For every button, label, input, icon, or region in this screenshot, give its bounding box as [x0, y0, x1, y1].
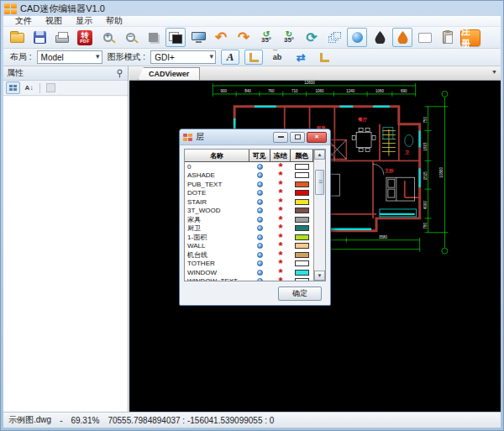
rotate-3d-button[interactable]: ⟳: [302, 28, 322, 47]
close-button[interactable]: ×: [307, 132, 327, 143]
table-row[interactable]: WALL*: [185, 242, 313, 251]
rotate-left-35-button[interactable]: ↺35°: [256, 28, 276, 47]
pin-icon[interactable]: [115, 69, 124, 78]
color-swatch[interactable]: [295, 164, 309, 170]
blank-page-button[interactable]: [415, 28, 435, 47]
scroll-up-icon[interactable]: ▲: [314, 150, 325, 160]
tab-list-button[interactable]: ▼: [491, 69, 497, 75]
layers-dialog-titlebar[interactable]: 层 ×: [180, 129, 330, 145]
layout-select[interactable]: Model: [37, 50, 102, 64]
ok-button[interactable]: 确定: [278, 286, 322, 301]
table-row[interactable]: WINDOW*: [185, 268, 313, 277]
color-swatch[interactable]: [295, 243, 309, 249]
table-row[interactable]: ASHADE*: [185, 171, 313, 181]
table-row[interactable]: WINDOW_TEXT*: [185, 277, 313, 281]
menu-view[interactable]: 视图: [39, 15, 69, 27]
background-color-button[interactable]: [143, 28, 163, 47]
color-swatch[interactable]: [295, 181, 309, 187]
line-corner-button-2[interactable]: [315, 50, 333, 65]
visible-bulb-icon[interactable]: [257, 164, 263, 170]
visible-bulb-icon[interactable]: [257, 208, 263, 213]
visible-bulb-icon[interactable]: [257, 260, 263, 266]
color-swatch[interactable]: [295, 199, 309, 205]
minimize-button[interactable]: [273, 132, 288, 143]
column-color[interactable]: 颜色: [291, 150, 313, 161]
table-row[interactable]: 机台线*: [185, 250, 313, 260]
color-swatch[interactable]: [295, 270, 309, 276]
render-sphere-button[interactable]: [347, 28, 367, 47]
ink-black-button[interactable]: [370, 28, 390, 47]
visible-bulb-icon[interactable]: [257, 252, 263, 258]
visible-bulb-icon[interactable]: [257, 243, 263, 249]
line-corner-button[interactable]: [244, 50, 263, 65]
svg-text:690: 690: [401, 89, 407, 93]
menu-display[interactable]: 显示: [69, 15, 99, 27]
text-position-button[interactable]: ab: [268, 50, 286, 65]
table-row[interactable]: 厨卫*: [185, 224, 313, 234]
column-frozen[interactable]: 冻结: [270, 150, 291, 161]
table-row[interactable]: 家具*: [185, 215, 313, 224]
visible-bulb-icon[interactable]: [257, 199, 263, 205]
menu-file[interactable]: 文件: [8, 15, 39, 27]
convert-pdf-button[interactable]: 转PDF: [75, 28, 95, 47]
font-style-button[interactable]: A: [221, 50, 239, 65]
color-swatch[interactable]: [295, 225, 309, 231]
visible-bulb-icon[interactable]: [257, 278, 263, 281]
svg-text:1515: 1515: [423, 171, 428, 180]
visible-bulb-icon[interactable]: [257, 234, 263, 240]
color-swatch[interactable]: [295, 234, 309, 240]
categorized-view-button[interactable]: [6, 81, 20, 94]
zoom-out-button[interactable]: −: [120, 28, 140, 47]
background-toggle-button[interactable]: [165, 28, 186, 47]
save-button[interactable]: [29, 28, 50, 47]
color-swatch[interactable]: [295, 172, 309, 178]
graphics-mode-select[interactable]: GDI+: [150, 50, 216, 64]
swap-button[interactable]: ⇄: [291, 50, 310, 65]
rotate-right-35-button[interactable]: ↻35°: [279, 28, 299, 47]
color-swatch[interactable]: [295, 217, 309, 223]
column-name[interactable]: 名称: [185, 150, 249, 161]
zoom-in-button[interactable]: +: [97, 28, 118, 47]
open-file-button[interactable]: [7, 28, 27, 47]
visible-bulb-icon[interactable]: [257, 225, 263, 231]
clipboard-button[interactable]: [438, 28, 458, 47]
table-row[interactable]: DOTE*: [185, 189, 313, 198]
table-row[interactable]: PUB_TEXT*: [185, 180, 313, 189]
menu-help[interactable]: 帮助: [99, 15, 129, 27]
frozen-icon[interactable]: *: [278, 278, 282, 281]
color-swatch[interactable]: [295, 190, 309, 196]
fullscreen-button[interactable]: [188, 28, 208, 47]
graphics-mode-label: 图形模式 :: [108, 51, 146, 63]
color-swatch[interactable]: [295, 252, 309, 258]
visible-bulb-icon[interactable]: [257, 217, 263, 223]
color-swatch[interactable]: [295, 208, 309, 213]
layers-scrollbar[interactable]: ▲ ▼: [313, 150, 325, 281]
layer-name: 0: [185, 163, 249, 171]
visible-bulb-icon[interactable]: [257, 181, 263, 187]
register-button[interactable]: 注 册: [460, 29, 480, 46]
print-button[interactable]: [52, 28, 72, 47]
redo-button[interactable]: ↷: [234, 28, 254, 47]
table-row[interactable]: 3T_WOOD*: [185, 207, 313, 216]
maximize-button[interactable]: [290, 132, 305, 143]
table-row[interactable]: TOTHER*: [185, 260, 313, 269]
color-swatch[interactable]: [295, 260, 309, 266]
column-visible[interactable]: 可见: [249, 150, 270, 161]
layers-button[interactable]: [324, 28, 344, 47]
scroll-down-icon[interactable]: ▼: [314, 271, 325, 281]
table-row[interactable]: 1-面积*: [185, 233, 313, 242]
visible-bulb-icon[interactable]: [257, 270, 263, 276]
undo-button[interactable]: ↶: [211, 28, 231, 47]
color-swatch[interactable]: [295, 278, 309, 281]
scrollbar-thumb[interactable]: [315, 170, 324, 195]
svg-text:1060: 1060: [375, 89, 384, 93]
visible-bulb-icon[interactable]: [257, 190, 263, 196]
property-pages-button[interactable]: [44, 81, 58, 94]
table-row[interactable]: STAIR*: [185, 197, 313, 207]
properties-content[interactable]: [3, 97, 128, 412]
ink-color-button[interactable]: [392, 28, 412, 47]
alphabetical-sort-button[interactable]: A↓: [22, 81, 36, 94]
table-row[interactable]: 0*: [185, 162, 313, 171]
visible-bulb-icon[interactable]: [257, 172, 263, 178]
tab-cadviewer[interactable]: CADViewer: [138, 67, 200, 80]
